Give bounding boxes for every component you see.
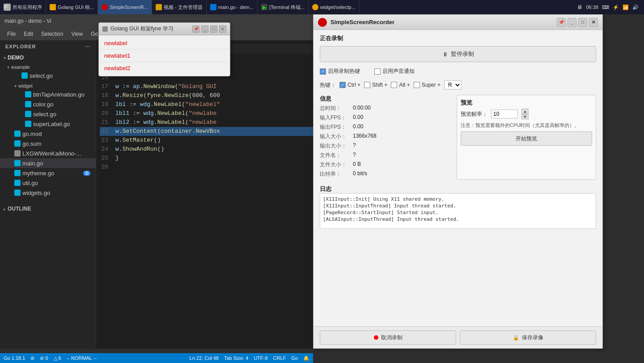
sidebar-item-main-go[interactable]: main.go [0, 158, 96, 168]
code-content-24: w.ShowAndRun() [115, 145, 164, 154]
golang-win-minimize[interactable]: _ [201, 25, 208, 33]
sidebar-item-superlabel-go[interactable]: superLabel.go [0, 119, 96, 129]
taskbar-app-widget[interactable]: widget/selectp... [309, 0, 360, 14]
go-sum-label: go.sum [22, 140, 90, 147]
ssr-output-size-value: ? [353, 142, 356, 150]
golang-win-maximize[interactable]: □ [210, 25, 217, 33]
taskbar-app-files[interactable]: 视频 - 文件管理器 [152, 0, 207, 14]
golang-gui-icon [50, 4, 56, 10]
sidebar-item-font[interactable]: LXGWWenKaiMono-... [0, 148, 96, 158]
golang-win-pin[interactable]: 📌 [192, 25, 199, 33]
widget-chevron-icon: ▾ [14, 84, 17, 89]
ssr-pause-button[interactable]: ⏸ 暂停录制 [320, 46, 596, 62]
code-editor[interactable]: ⇄ superLabel.go /container" 15 ap.Settin… [96, 40, 313, 349]
status-line-ending: CRLF [273, 355, 286, 361]
menu-selection[interactable]: Selection [38, 30, 67, 38]
ssr-win-close[interactable]: ✕ [589, 18, 598, 27]
sidebar-item-mytheme-go[interactable]: mytheme.go 6 [0, 168, 96, 178]
menu-edit[interactable]: Edit [20, 30, 37, 38]
ssr-alt-checkbox[interactable] [391, 82, 397, 88]
color-go-icon [25, 101, 31, 107]
taskbar-app-golang[interactable]: Golang GUI 框... [46, 0, 98, 14]
files-icon [156, 4, 162, 10]
sidebar-section-demo: ▾ DEMO ▾ example select.go ▾ widget [0, 51, 96, 198]
volume-icon: 🔊 [632, 4, 639, 10]
vscode-body: EXPLORER ··· ▾ DEMO ▾ example select.go [0, 40, 313, 349]
ssr-cancel-label: 取消录制 [381, 334, 402, 342]
ssr-total-time-label: 总时间： [320, 105, 351, 112]
code-content-18: w.Resize(fyne.NewSize(600, 600 [115, 91, 220, 100]
ssr-log-content[interactable]: [X11Input::Init] Using X11 shared memory… [320, 193, 596, 229]
ssr-info-output-fps: 输出FPS： 0.00 [320, 123, 451, 131]
taskbar-app-ssr[interactable]: SimpleScreenR... [98, 0, 152, 14]
ssr-shift-checkbox[interactable] [364, 82, 370, 88]
cancel-red-dot [374, 335, 378, 340]
keyboard-icon: ⌨ [602, 4, 609, 10]
ssr-total-time-value: 0:00:00 [353, 105, 371, 112]
btntap-icon [25, 91, 31, 97]
sidebar-item-widget[interactable]: ▾ widget [0, 80, 96, 89]
status-encoding: UTF-8 [254, 355, 267, 361]
sidebar-item-widget-select-go[interactable]: select.go [0, 109, 96, 119]
sidebar-item-select-go[interactable]: select.go [0, 71, 96, 80]
ssr-fps-up[interactable]: ▲ [521, 109, 529, 114]
golang-window-titlebar: Golang GUI 框架fyne 学习 📌 _ □ ✕ [99, 23, 230, 35]
ssr-key-select[interactable]: R [444, 80, 462, 89]
code-line-19: 19 lbl := wdg.NewLabel("newlabel" [100, 100, 313, 109]
ssr-save-button[interactable]: 🔒 保存录像 [460, 330, 596, 345]
golang-demo-window: Golang GUI 框架fyne 学习 📌 _ □ ✕ newlabel ne… [98, 22, 230, 76]
ssr-win-pin[interactable]: 📌 [557, 18, 566, 27]
sidebar-dots[interactable]: ··· [85, 44, 90, 49]
status-language: Go [291, 355, 298, 361]
ssr-window: SimpleScreenRecorder 📌 _ □ ✕ 正在录制 ⏸ 暂停录制… [313, 14, 603, 349]
ssr-sound-checkbox[interactable] [374, 68, 381, 75]
widget-select-label: select.go [33, 111, 90, 118]
code-content-20: lbl1 := wdg.NewLabel("newlabe [115, 109, 216, 118]
ssr-preview-fps-row: 预览帧率： ▲ ▼ [461, 109, 592, 119]
ssr-file-size-label: 文件大小： [320, 161, 351, 169]
ssr-cancel-button[interactable]: 取消录制 [320, 330, 456, 345]
ssr-info-output-size: 输出大小： ? [320, 142, 451, 150]
menu-file[interactable]: File [4, 30, 19, 38]
code-content-19: lbl := wdg.NewLabel("newlabel" [115, 100, 220, 109]
log-line-3: [ALSAInput::InputThread] Input thread st… [323, 216, 593, 222]
ssr-ctrl-checkbox[interactable] [339, 82, 346, 88]
sidebar-section-demo-label[interactable]: ▾ DEMO [0, 52, 96, 62]
taskbar-app-vscode[interactable]: main.go - dem... [207, 0, 258, 14]
ssr-info-input-fps: 输入FPS： 0.00 [320, 114, 451, 122]
sidebar-item-widgets-go[interactable]: widgets.go [0, 188, 96, 198]
taskbar-vscode-label: main.go - dem... [218, 4, 254, 10]
golang-label-2[interactable]: newlabel2 [99, 62, 230, 74]
menu-view[interactable]: View [68, 30, 86, 38]
ssr-preview-fps-input[interactable] [491, 110, 518, 118]
network-icon: 📶 [623, 4, 629, 10]
sidebar-item-color-go[interactable]: color.go [0, 99, 96, 109]
sidebar-item-example[interactable]: ▾ example [0, 62, 96, 71]
golang-label-0[interactable]: newlabel [99, 37, 230, 50]
taskbar-app-all[interactable]: ⊞ 所有应用程序 [0, 0, 46, 14]
sidebar-item-util-go[interactable]: util.go [0, 178, 96, 188]
ssr-alt-item: Alt + [391, 82, 410, 88]
ssr-start-preview-button[interactable]: 开始预览 [461, 131, 592, 146]
sidebar-item-go-sum[interactable]: go.sum [0, 139, 96, 148]
ssr-super-checkbox[interactable] [414, 82, 420, 88]
ssr-log-title: 日志 [320, 185, 596, 193]
superlabel-icon [25, 121, 31, 127]
code-line-20: 20 lbl1 := wdg.NewLabel("newlabe [100, 109, 313, 118]
status-bar: Go 1.18.1 ⊘ ⊘ 0 △ 6 -- NORMAL -- Ln 22, … [0, 353, 313, 363]
golang-win-close[interactable]: ✕ [219, 25, 226, 33]
ssr-win-minimize[interactable]: _ [568, 18, 576, 27]
ssr-info-file-size: 文件大小： 0 B [320, 161, 451, 169]
ssr-fps-down[interactable]: ▼ [521, 114, 529, 119]
sidebar-item-btntap[interactable]: btnTapAnimation.go [0, 89, 96, 99]
line-num-24: 24 [100, 145, 115, 154]
ssr-win-maximize[interactable]: □ [578, 18, 587, 27]
status-warnings: △ 6 [54, 355, 61, 361]
widgets-icon [14, 190, 21, 196]
sidebar-item-go-mod[interactable]: go.mod [0, 129, 96, 139]
outline-label[interactable]: ▸ OUTLINE [0, 203, 96, 213]
golang-label-1[interactable]: newlabel1 [99, 50, 230, 62]
ssr-enable-checkbox[interactable] [320, 68, 326, 75]
ssr-input-fps-value: 0.00 [353, 114, 363, 122]
taskbar-app-terminal[interactable]: ▶ [Terminal 终端... [258, 0, 309, 14]
